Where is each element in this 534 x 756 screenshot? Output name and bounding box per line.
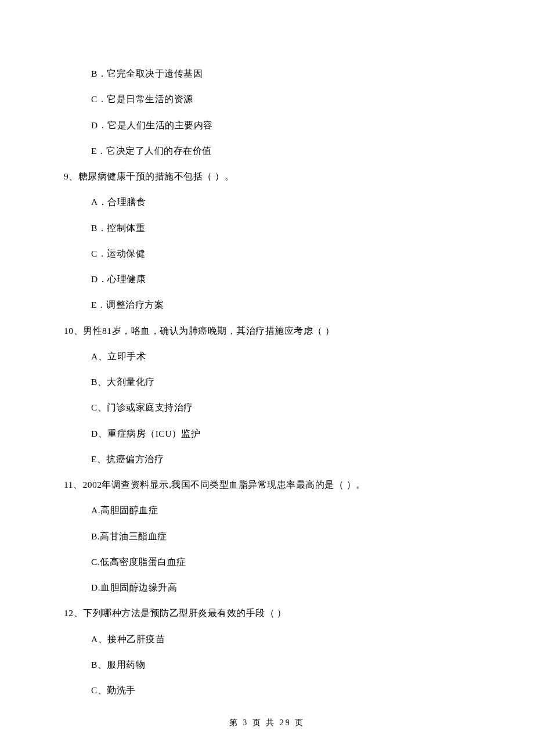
- q11-option-a: A.高胆固醇血症: [64, 503, 470, 517]
- q9-option-a: A．合理膳食: [64, 195, 470, 208]
- prev-option-d: D．它是人们生活的主要内容: [64, 118, 470, 132]
- page-footer: 第 3 页 共 29 页: [0, 718, 534, 728]
- q9-option-e: E．调整治疗方案: [64, 298, 470, 311]
- q10-option-e: E、抗癌偏方治疗: [64, 452, 470, 466]
- q10-option-d: D、重症病房（ICU）监护: [64, 427, 470, 440]
- prev-option-e: E．它决定了人们的存在价值: [64, 144, 470, 157]
- q10-option-b: B、大剂量化疗: [64, 375, 470, 388]
- q11-option-b: B.高甘油三酯血症: [64, 530, 470, 543]
- q9-option-b: B．控制体重: [64, 221, 470, 235]
- question-12-stem: 12、下列哪种方法是预防乙型肝炎最有效的手段（ ）: [64, 606, 470, 620]
- q12-option-c: C、勤洗手: [64, 683, 470, 697]
- q11-option-d: D.血胆固醇边缘升高: [64, 581, 470, 594]
- question-10-stem: 10、男性81岁，咯血，确认为肺癌晚期，其治疗措施应考虑（ ）: [64, 324, 470, 337]
- q9-option-c: C．运动保健: [64, 247, 470, 260]
- page-content: B．它完全取决于遗传基因 C．它是日常生活的资源 D．它是人们生活的主要内容 E…: [0, 0, 534, 697]
- prev-option-b: B．它完全取决于遗传基因: [64, 67, 470, 80]
- q12-option-b: B、服用药物: [64, 658, 470, 671]
- question-11-stem: 11、2002年调查资料显示,我国不同类型血脂异常现患率最高的是（ ）。: [64, 478, 470, 491]
- q11-option-c: C.低高密度脂蛋白血症: [64, 555, 470, 568]
- q9-option-d: D．心理健康: [64, 272, 470, 286]
- q10-option-a: A、立即手术: [64, 350, 470, 363]
- q10-option-c: C、门诊或家庭支持治疗: [64, 401, 470, 414]
- question-9-stem: 9、糖尿病健康干预的措施不包括（ ）。: [64, 170, 470, 183]
- q12-option-a: A、接种乙肝疫苗: [64, 632, 470, 646]
- prev-option-c: C．它是日常生活的资源: [64, 92, 470, 106]
